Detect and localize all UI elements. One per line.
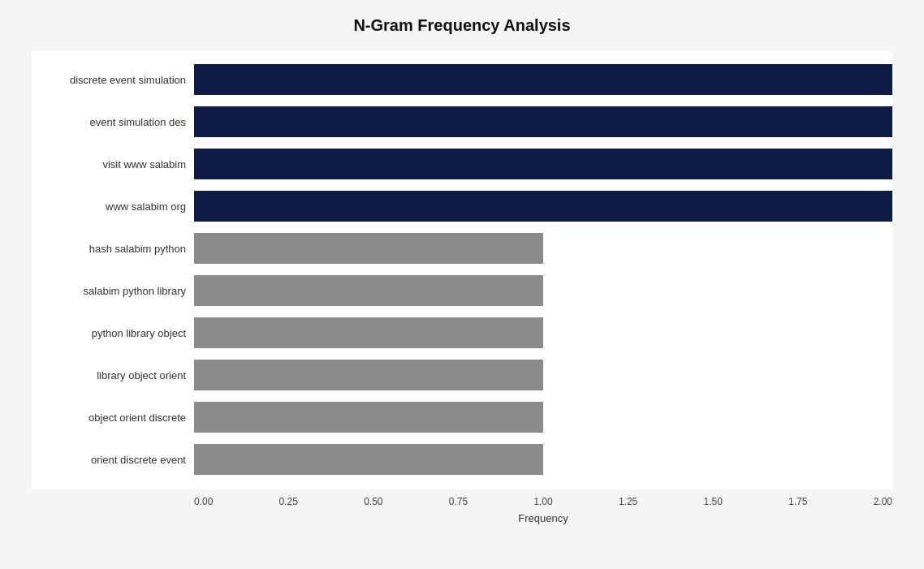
x-axis-labels: 0.000.250.500.751.001.251.501.752.00 xyxy=(194,496,892,507)
bar-label: hash salabim python xyxy=(32,243,194,255)
bar-row: object orient discrete xyxy=(32,397,892,438)
x-tick-label: 1.75 xyxy=(788,496,807,507)
bar-fill xyxy=(194,233,543,264)
x-tick-label: 1.25 xyxy=(619,496,637,507)
bar-fill xyxy=(194,444,543,475)
bar-track xyxy=(194,106,892,137)
bar-row: event simulation des xyxy=(32,101,892,142)
bar-fill xyxy=(194,317,543,348)
bar-track xyxy=(194,402,892,433)
bar-track xyxy=(194,191,892,222)
bar-label: www salabim org xyxy=(32,200,194,213)
bar-fill xyxy=(194,106,892,137)
x-axis-title: Frequency xyxy=(32,512,892,524)
bar-fill xyxy=(194,275,543,306)
bar-label: library object orient xyxy=(32,369,194,381)
bar-track xyxy=(194,275,892,306)
bar-label: event simulation des xyxy=(32,116,194,128)
x-tick-label: 0.25 xyxy=(279,496,298,507)
bar-label: python library object xyxy=(32,327,194,339)
bar-row: www salabim org xyxy=(32,186,892,226)
bar-fill xyxy=(194,191,892,222)
bar-label: salabim python library xyxy=(32,285,194,297)
bar-row: orient discrete event xyxy=(32,439,892,480)
bars-wrapper: discrete event simulationevent simulatio… xyxy=(32,51,892,489)
bar-row: library object orient xyxy=(32,355,892,395)
x-tick-label: 0.75 xyxy=(449,496,468,507)
bar-track xyxy=(194,233,892,264)
bar-label: orient discrete event xyxy=(32,454,194,466)
x-axis-area: 0.000.250.500.751.001.251.501.752.00 xyxy=(32,496,892,507)
bar-label: visit www salabim xyxy=(32,158,194,170)
bar-row: hash salabim python xyxy=(32,228,892,269)
chart-title: N-Gram Frequency Analysis xyxy=(32,16,892,35)
bar-track xyxy=(194,444,892,475)
bar-row: python library object xyxy=(32,313,892,353)
bar-track xyxy=(194,64,892,95)
chart-plot: discrete event simulationevent simulatio… xyxy=(32,51,892,524)
bar-row: discrete event simulation xyxy=(32,59,892,100)
bar-label: object orient discrete xyxy=(32,412,194,424)
bar-fill xyxy=(194,402,543,433)
chart-container: N-Gram Frequency Analysis discrete event… xyxy=(15,0,909,569)
bar-label: discrete event simulation xyxy=(32,74,194,86)
x-tick-label: 0.00 xyxy=(194,496,213,507)
bar-track xyxy=(194,317,892,348)
bar-fill xyxy=(194,64,892,95)
bar-track xyxy=(194,149,892,179)
bar-track xyxy=(194,360,892,390)
x-tick-label: 1.50 xyxy=(703,496,722,507)
bar-fill xyxy=(194,360,543,390)
x-tick-label: 0.50 xyxy=(364,496,382,507)
bar-row: visit www salabim xyxy=(32,144,892,184)
bar-row: salabim python library xyxy=(32,270,892,311)
x-tick-label: 1.00 xyxy=(533,496,552,507)
x-tick-label: 2.00 xyxy=(874,496,892,507)
bar-fill xyxy=(194,149,892,179)
